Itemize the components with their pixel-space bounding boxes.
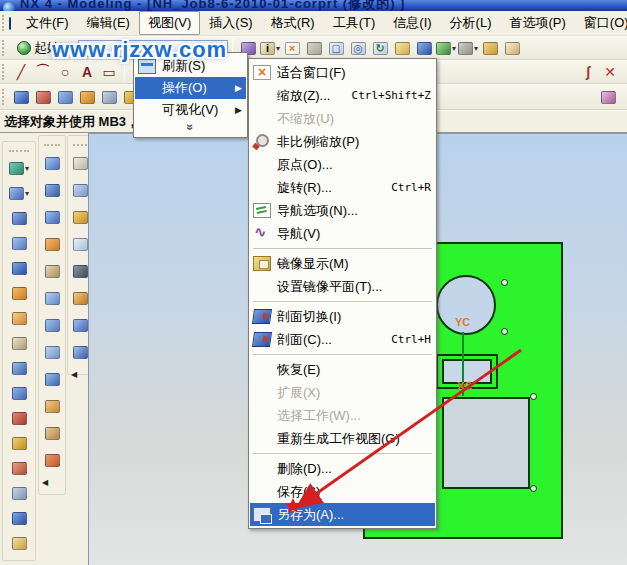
hole-icon[interactable] bbox=[9, 356, 29, 381]
shell-icon[interactable] bbox=[9, 531, 29, 556]
n-sided-surface-icon[interactable] bbox=[42, 312, 62, 339]
law-extension-icon[interactable] bbox=[42, 393, 62, 420]
op-mirror-display[interactable]: 镜像显示(M) bbox=[250, 252, 435, 275]
menu-analysis[interactable]: 分析(L) bbox=[441, 11, 501, 35]
part-small-hole[interactable] bbox=[530, 485, 537, 492]
op-save-as[interactable]: 另存为(A)... bbox=[250, 503, 435, 526]
perspective-icon[interactable] bbox=[414, 39, 434, 57]
op-regenerate-work-view[interactable]: 重新生成工作视图(G) bbox=[250, 427, 435, 450]
zoom-icon[interactable]: ◎ bbox=[348, 39, 368, 57]
op-select-work[interactable]: 选择工作(W)... bbox=[250, 404, 435, 427]
op-save[interactable]: 保存(S) bbox=[250, 480, 435, 503]
document-window-icon[interactable] bbox=[9, 17, 11, 30]
object-info-icon[interactable]: i bbox=[260, 39, 280, 57]
op-section[interactable]: 剖面(C)... Ctrl+H bbox=[250, 328, 435, 351]
part-small-hole[interactable] bbox=[501, 279, 508, 286]
sketch-tool-icon[interactable] bbox=[9, 156, 29, 181]
cage-box-icon[interactable] bbox=[70, 177, 90, 204]
zoom-box-icon[interactable]: ◻ bbox=[326, 39, 346, 57]
toolbar-grip[interactable] bbox=[2, 64, 7, 79]
op-rotate[interactable]: 旋转(R)... Ctrl+R bbox=[250, 176, 435, 199]
sweep-icon[interactable] bbox=[9, 281, 29, 306]
op-nonproportional-zoom[interactable]: 非比例缩放(P) bbox=[250, 130, 435, 153]
pattern-icon[interactable] bbox=[9, 381, 29, 406]
op-zoom[interactable]: 缩放(Z)... Ctrl+Shift+Z bbox=[250, 84, 435, 107]
toolbar-grip[interactable] bbox=[44, 144, 60, 146]
intersect-icon[interactable] bbox=[9, 456, 29, 481]
datum-plane-icon[interactable] bbox=[9, 181, 29, 206]
expression-icon[interactable] bbox=[598, 88, 618, 106]
swept-surface-icon[interactable] bbox=[42, 231, 62, 258]
menu-view[interactable]: 视图(V) bbox=[139, 11, 200, 35]
measure-distance-icon[interactable] bbox=[480, 39, 500, 57]
split-body-icon[interactable] bbox=[70, 204, 90, 231]
pan-icon[interactable] bbox=[392, 39, 412, 57]
through-curve-mesh-icon[interactable] bbox=[42, 204, 62, 231]
toolbar-overflow-icon[interactable]: ◀ bbox=[42, 478, 48, 487]
fit-view-icon[interactable]: × bbox=[282, 39, 302, 57]
op-section-toggle[interactable]: 剖面切换(I) bbox=[250, 305, 435, 328]
circle-icon[interactable]: ○ bbox=[55, 63, 75, 81]
view-menu-operation[interactable]: 操作(O) ▶ bbox=[135, 77, 246, 99]
toolbar-grip[interactable] bbox=[2, 40, 7, 55]
unite-icon[interactable] bbox=[9, 406, 29, 431]
part-rectangular-cutout[interactable] bbox=[442, 397, 530, 489]
rotate-icon[interactable]: ↻ bbox=[370, 39, 390, 57]
toolbar-grip[interactable] bbox=[2, 15, 4, 32]
sketch-curve-icon[interactable]: ✕ bbox=[600, 63, 620, 81]
tube-icon[interactable] bbox=[9, 331, 29, 356]
toolbar-grip[interactable] bbox=[2, 89, 7, 106]
trimmed-sheet-icon[interactable] bbox=[70, 312, 90, 339]
op-origin[interactable]: 原点(O)... bbox=[250, 153, 435, 176]
view-menu-visualization[interactable]: 可视化(V) ▶ bbox=[135, 99, 246, 121]
op-unzoom[interactable]: 不缩放(U) bbox=[250, 107, 435, 130]
menu-tools[interactable]: 工具(T) bbox=[324, 11, 385, 35]
part-small-hole[interactable] bbox=[530, 393, 537, 400]
menu-window[interactable]: 窗口(O) bbox=[575, 11, 627, 35]
mirror-body-icon[interactable] bbox=[11, 88, 31, 106]
extrude-icon[interactable] bbox=[9, 206, 29, 231]
thread-icon[interactable] bbox=[9, 506, 29, 531]
menu-expander[interactable]: » bbox=[135, 121, 246, 135]
menu-preferences[interactable]: 首选项(P) bbox=[500, 11, 574, 35]
menu-information[interactable]: 信息(I) bbox=[384, 11, 440, 35]
subtract-icon[interactable] bbox=[9, 431, 29, 456]
text-icon[interactable]: A bbox=[77, 63, 97, 81]
section-surface-icon[interactable] bbox=[42, 258, 62, 285]
bounded-plane-icon[interactable] bbox=[42, 420, 62, 447]
pocket-icon[interactable] bbox=[77, 88, 97, 106]
through-curves-icon[interactable] bbox=[42, 177, 62, 204]
op-expand[interactable]: 扩展(X) bbox=[250, 381, 435, 404]
menu-file[interactable]: 文件(F) bbox=[17, 11, 78, 35]
toolbar-grip[interactable] bbox=[73, 144, 87, 146]
sheet-surface-icon[interactable] bbox=[70, 231, 90, 258]
display-mode-icon[interactable] bbox=[304, 39, 324, 57]
menu-insert[interactable]: 插入(S) bbox=[200, 11, 261, 35]
measure-angle-icon[interactable] bbox=[502, 39, 522, 57]
menu-format[interactable]: 格式(R) bbox=[262, 11, 324, 35]
offset-surface-icon[interactable] bbox=[42, 339, 62, 366]
part-small-hole[interactable] bbox=[501, 328, 508, 335]
op-fit-window[interactable]: 适合窗口(F) bbox=[250, 61, 435, 84]
ruled-surface-icon[interactable] bbox=[42, 150, 62, 177]
spline-icon[interactable]: ʃ bbox=[578, 63, 598, 81]
extension-icon[interactable] bbox=[42, 366, 62, 393]
op-restore[interactable]: 恢复(E) bbox=[250, 358, 435, 381]
op-navigation-options[interactable]: 导航选项(N)... bbox=[250, 199, 435, 222]
line-icon[interactable]: ╱ bbox=[11, 63, 31, 81]
op-delete[interactable]: 删除(D)... bbox=[250, 457, 435, 480]
boss-icon[interactable] bbox=[55, 88, 75, 106]
rectangle-icon[interactable]: ▭ bbox=[99, 63, 119, 81]
trim-body-icon[interactable] bbox=[9, 481, 29, 506]
toolbar-grip[interactable] bbox=[9, 150, 28, 152]
worktable-icon[interactable] bbox=[70, 285, 90, 312]
cylinder-hole-icon[interactable] bbox=[70, 258, 90, 285]
pad-icon[interactable] bbox=[99, 88, 119, 106]
revolve-icon[interactable] bbox=[9, 231, 29, 256]
op-navigate[interactable]: 导航(V) bbox=[250, 222, 435, 245]
block-icon[interactable] bbox=[9, 256, 29, 281]
shaded-view-icon[interactable] bbox=[436, 39, 456, 57]
bridge-surface-icon[interactable] bbox=[42, 285, 62, 312]
toolbar-overflow-icon[interactable]: ◀ bbox=[71, 370, 77, 379]
arc-icon[interactable]: ⌒ bbox=[33, 63, 53, 81]
